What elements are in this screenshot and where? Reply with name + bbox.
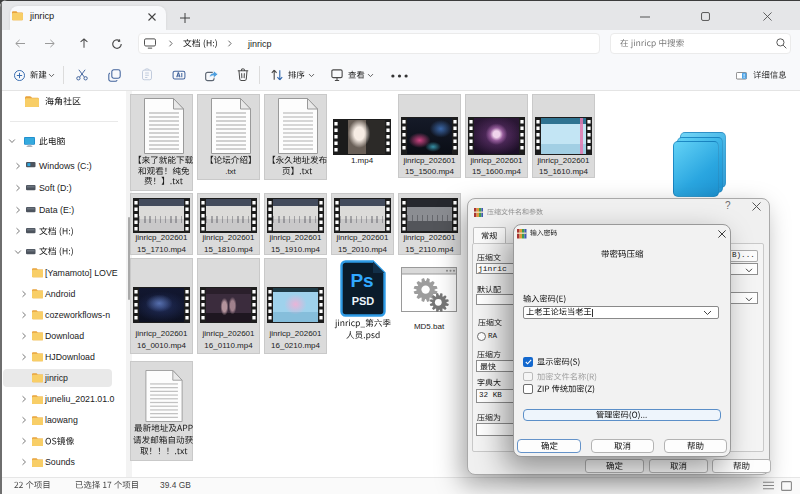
svg-text:Ps: Ps (350, 270, 373, 291)
svg-text:PSD: PSD (352, 295, 375, 307)
